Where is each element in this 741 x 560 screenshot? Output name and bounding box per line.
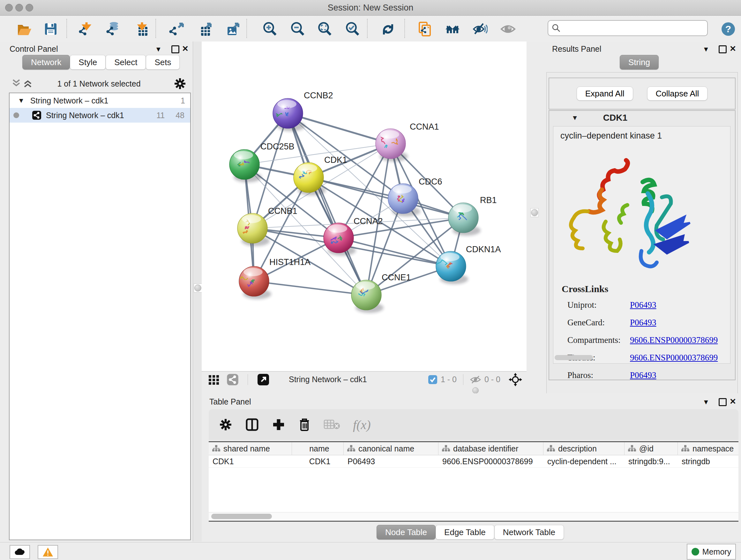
column-header-namespace[interactable]: namespace xyxy=(678,442,738,455)
network-edge-CCNB2-CCNE1[interactable] xyxy=(288,113,366,295)
column-header-description[interactable]: description xyxy=(543,442,624,455)
hide-unhide-eye-icon[interactable] xyxy=(471,21,488,37)
expand-all-button[interactable]: Expand All xyxy=(577,86,633,101)
network-node-CCNA1[interactable] xyxy=(376,129,408,162)
control-panel-float-icon[interactable] xyxy=(172,45,179,53)
import-network-icon[interactable] xyxy=(78,21,95,37)
network-selection-summary: 1 of 1 Network selected xyxy=(42,79,156,88)
search-input[interactable] xyxy=(564,22,707,35)
column-header--id[interactable]: @id xyxy=(624,442,678,455)
tab-network[interactable]: Network xyxy=(22,55,70,70)
home-view-icon[interactable] xyxy=(444,21,461,37)
add-column-icon[interactable] xyxy=(272,418,285,431)
fit-selected-move-icon[interactable] xyxy=(509,373,522,386)
export-table-icon[interactable] xyxy=(196,21,213,37)
gene-collapse-caret-icon[interactable]: ▼ xyxy=(571,114,578,122)
network-share-icon[interactable] xyxy=(226,374,239,386)
tab-network-table[interactable]: Network Table xyxy=(494,525,564,540)
crosslink-value-link[interactable]: 9606.ENSP00000378699 xyxy=(630,335,718,345)
tab-sets[interactable]: Sets xyxy=(146,55,180,70)
delete-column-trash-icon[interactable] xyxy=(298,418,311,432)
left-splitter-handle[interactable] xyxy=(194,284,202,293)
node-label-CDC25B: CDC25B xyxy=(260,142,294,151)
show-graphics-eye-icon[interactable] xyxy=(500,21,516,37)
expand-all-networks-icon[interactable] xyxy=(23,78,32,90)
column-header-name[interactable]: name xyxy=(292,442,344,455)
hidden-eye-slash-icon[interactable] xyxy=(470,375,481,384)
status-bar: Memory xyxy=(0,542,741,560)
crosslink-value-link[interactable]: P06493 xyxy=(630,318,657,327)
network-node-HIST1H1A[interactable] xyxy=(239,266,271,299)
network-node-CDKN1A[interactable] xyxy=(436,251,468,284)
save-session-icon[interactable] xyxy=(43,21,59,37)
gene-details-hscrollbar[interactable] xyxy=(555,355,593,360)
show-columns-icon[interactable] xyxy=(245,418,259,432)
right-splitter-handle[interactable] xyxy=(530,208,539,217)
export-network-icon[interactable] xyxy=(169,21,185,37)
warnings-button[interactable] xyxy=(38,545,58,559)
open-in-window-icon[interactable] xyxy=(257,373,270,386)
table-settings-gear-icon[interactable] xyxy=(219,418,232,431)
tab-select[interactable]: Select xyxy=(106,55,146,70)
table-panel-float-icon[interactable] xyxy=(719,398,727,406)
network-node-CDK1[interactable] xyxy=(293,163,326,195)
search-box[interactable] xyxy=(548,20,708,36)
import-database-icon[interactable] xyxy=(106,21,122,37)
collapse-all-button[interactable]: Collapse All xyxy=(647,86,708,101)
zoom-in-icon[interactable] xyxy=(262,21,278,37)
table-panel-menu-caret-icon[interactable]: ▾ xyxy=(704,398,708,406)
column-type-icon xyxy=(681,445,689,452)
gene-accordion-header[interactable]: ▼ CDK1 xyxy=(549,111,735,125)
import-table-icon[interactable] xyxy=(134,21,150,37)
zoom-fit-icon[interactable] xyxy=(317,21,333,37)
crosslink-value-link[interactable]: 9606.ENSP00000378699 xyxy=(630,353,718,363)
left-splitter[interactable] xyxy=(193,42,202,542)
table-panel-close-icon[interactable]: ✕ xyxy=(730,397,736,406)
tab-string[interactable]: String xyxy=(620,55,659,70)
network-node-RB1[interactable] xyxy=(448,203,481,236)
open-session-icon[interactable] xyxy=(16,21,32,37)
network-node-CDC25B[interactable] xyxy=(229,149,262,182)
network-node-CDC6[interactable] xyxy=(388,184,420,216)
tab-style[interactable]: Style xyxy=(70,55,106,70)
export-image-icon[interactable] xyxy=(224,21,241,37)
column-header-database-identifier[interactable]: database identifier xyxy=(439,442,543,455)
control-panel-menu-caret-icon[interactable]: ▾ xyxy=(156,45,160,53)
network-node-CCNA2[interactable] xyxy=(324,223,356,256)
clone-network-icon[interactable] xyxy=(416,21,433,37)
network-options-gear-icon[interactable] xyxy=(174,77,186,91)
crosslink-value-link[interactable]: P06493 xyxy=(630,300,657,310)
results-panel-title: Results Panel xyxy=(552,44,601,54)
tab-node-table[interactable]: Node Table xyxy=(377,525,435,540)
main-toolbar: ? xyxy=(0,16,741,42)
birdseye-grid-icon[interactable] xyxy=(208,374,219,385)
memory-button[interactable]: Memory xyxy=(687,544,736,560)
node-label-CDK1: CDK1 xyxy=(324,155,347,165)
results-panel-float-icon[interactable] xyxy=(719,45,727,53)
zoom-out-icon[interactable] xyxy=(289,21,306,37)
help-button[interactable]: ? xyxy=(720,21,737,37)
horizontal-splitter-handle[interactable] xyxy=(472,387,479,394)
column-header-canonical-name[interactable]: canonical name xyxy=(344,442,439,455)
table-hscrollbar[interactable] xyxy=(209,512,738,521)
right-splitter[interactable] xyxy=(527,42,545,387)
network-collection-row[interactable]: ▼ String Network – cdk1 1 xyxy=(10,93,190,108)
network-canvas[interactable]: CCNB2CCNA1CDC25BCDK1CDC6RB1CCNB1CCNA2CDK… xyxy=(202,42,527,371)
results-panel-menu-caret-icon[interactable]: ▾ xyxy=(704,45,708,53)
network-node-CCNB2[interactable] xyxy=(273,98,305,131)
node-label-RB1: RB1 xyxy=(480,195,497,205)
crosslink-value-link[interactable]: P06493 xyxy=(630,370,657,380)
column-header-shared-name[interactable]: shared name xyxy=(209,442,292,455)
table-hscrollbar-thumb[interactable] xyxy=(211,514,272,519)
network-row-selected[interactable]: String Network – cdk1 11 48 xyxy=(10,108,190,123)
collapse-all-networks-icon[interactable] xyxy=(11,78,21,90)
cloud-status-button[interactable] xyxy=(10,545,30,559)
tree-expand-caret-icon[interactable]: ▼ xyxy=(18,97,24,105)
selected-checkbox-icon[interactable] xyxy=(428,375,437,384)
results-panel-close-icon[interactable]: ✕ xyxy=(730,45,736,53)
tab-edge-table[interactable]: Edge Table xyxy=(435,525,494,540)
control-panel-close-icon[interactable]: ✕ xyxy=(182,45,189,53)
table-row[interactable]: CDK1CDK1P064939606.ENSP00000378699cyclin… xyxy=(209,455,738,468)
apply-layout-refresh-icon[interactable] xyxy=(380,21,396,37)
zoom-selected-icon[interactable] xyxy=(344,21,361,37)
